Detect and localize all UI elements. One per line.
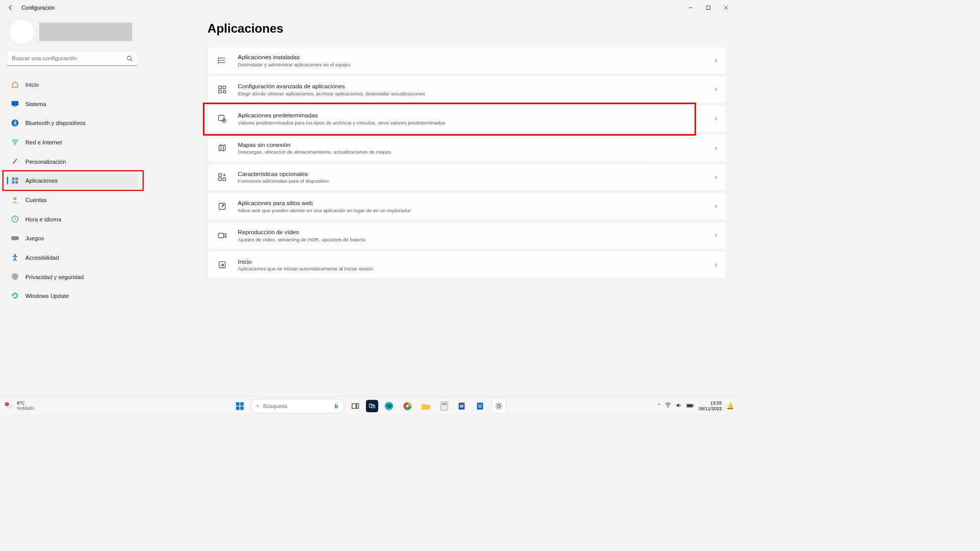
search-input[interactable]	[12, 55, 126, 62]
nav-item-red[interactable]: Red e Internet	[7, 135, 138, 150]
nav-item-privacidad[interactable]: Privacidad y seguridad	[7, 269, 138, 284]
nav-item-bluetooth[interactable]: Bluetooth y dispositivos	[7, 115, 138, 131]
nav-label: Accesibilidad	[26, 254, 59, 261]
taskbar-app-outlook[interactable]: O	[474, 398, 489, 413]
tray-battery-icon[interactable]	[687, 403, 694, 409]
nav-label: Windows Update	[26, 292, 69, 299]
title-bar: Configuración	[0, 0, 738, 15]
card-desc: Valores predeterminados para los tipos d…	[238, 120, 715, 126]
card-default-apps[interactable]: Aplicaciones predeterminadasValores pred…	[208, 105, 727, 133]
card-title: Inicio	[238, 258, 715, 266]
taskbar-search[interactable]: b	[251, 398, 345, 413]
card-desc: Elegir dónde obtener aplicaciones, archi…	[238, 91, 715, 96]
sidebar: Inicio Sistema Bluetooth y dispositivos …	[0, 15, 142, 396]
open-external-icon	[217, 202, 227, 211]
card-video-playback[interactable]: Reproducción de vídeoAjustes de vídeo, s…	[208, 221, 727, 249]
svg-rect-10	[14, 159, 17, 162]
svg-point-65	[498, 405, 500, 407]
accounts-icon	[11, 195, 19, 204]
svg-rect-17	[11, 236, 19, 240]
taskbar-app-word[interactable]: W	[455, 398, 471, 413]
chevron-right-icon: ›	[715, 232, 717, 239]
minimize-button[interactable]	[682, 2, 700, 14]
wifi-icon	[11, 138, 19, 146]
nav-item-cuentas[interactable]: Cuentas	[7, 192, 138, 208]
card-desc: Aplicaciones que se inician automáticame…	[238, 266, 715, 271]
svg-rect-39	[218, 233, 224, 238]
svg-rect-34	[218, 178, 221, 181]
nav-item-personalization[interactable]: Personalización	[7, 154, 138, 169]
nav-item-accesibilidad[interactable]: Accesibilidad	[7, 249, 138, 265]
search-icon	[127, 55, 133, 61]
apps-gear-icon	[217, 85, 227, 94]
gaming-icon	[11, 234, 19, 243]
shield-icon	[11, 272, 19, 281]
avatar	[9, 19, 35, 45]
svg-rect-40	[219, 262, 225, 268]
chevron-right-icon: ›	[715, 261, 717, 268]
list-icon	[217, 56, 227, 65]
svg-rect-1	[706, 6, 710, 10]
card-desc: Descargas, ubicación de almacenamiento, …	[238, 149, 715, 155]
features-icon	[217, 173, 227, 182]
nav-item-juegos[interactable]: Juegos	[7, 231, 138, 246]
close-button[interactable]	[717, 2, 735, 14]
nav-item-aplicaciones[interactable]: Aplicaciones	[7, 173, 138, 188]
weather-temp: 6°C	[17, 401, 34, 406]
start-button[interactable]	[232, 398, 248, 413]
update-icon	[11, 292, 19, 300]
card-desc: Desinstalar y administrar aplicaciones e…	[238, 61, 715, 67]
svg-rect-13	[12, 181, 14, 184]
taskbar-app-chrome[interactable]	[400, 398, 415, 413]
svg-rect-69	[687, 405, 692, 407]
accessibility-icon	[11, 253, 19, 262]
taskbar-center: b 🛍 W O	[232, 398, 506, 413]
tray-notifications-icon[interactable]: 🔔	[726, 402, 734, 409]
taskbar-search-input[interactable]	[263, 403, 330, 409]
card-title: Configuración avanzada de aplicaciones	[238, 83, 715, 91]
taskbar: 1 6°C Nublado b 🛍 W O ˄ 13:55 08/11/2023	[0, 396, 738, 415]
taskbar-app-calculator[interactable]	[436, 398, 452, 413]
tray-wifi-icon[interactable]	[665, 403, 671, 409]
svg-rect-33	[218, 173, 221, 176]
brush-icon	[11, 157, 19, 166]
svg-rect-60	[442, 403, 447, 405]
nav-item-inicio[interactable]: Inicio	[7, 77, 138, 92]
bing-icon[interactable]: b	[334, 402, 339, 411]
chevron-right-icon: ›	[715, 173, 717, 181]
chevron-right-icon: ›	[715, 115, 717, 122]
settings-search[interactable]	[7, 51, 138, 66]
card-apps-for-websites[interactable]: Aplicaciones para sitios webSitios web q…	[208, 192, 727, 220]
nav-label: Inicio	[26, 81, 39, 88]
nav-label: Sistema	[26, 101, 46, 107]
card-advanced-apps[interactable]: Configuración avanzada de aplicacionesEl…	[208, 76, 727, 103]
taskbar-app-explorer[interactable]	[418, 398, 433, 413]
video-icon	[217, 232, 227, 239]
nav-item-update[interactable]: Windows Update	[7, 288, 138, 304]
nav-label: Red e Internet	[26, 139, 62, 145]
tray-chevron-up-icon[interactable]: ˄	[657, 403, 660, 409]
chevron-right-icon: ›	[715, 86, 717, 93]
card-title: Mapas sin conexión	[238, 141, 715, 149]
card-startup[interactable]: InicioAplicaciones que se inician automá…	[208, 251, 727, 279]
taskbar-weather[interactable]: 1 6°C Nublado	[0, 401, 34, 411]
card-title: Aplicaciones predeterminadas	[238, 112, 715, 120]
nav-item-sistema[interactable]: Sistema	[7, 96, 138, 111]
task-view-button[interactable]	[348, 398, 363, 413]
maximize-button[interactable]	[699, 2, 717, 14]
back-button[interactable]	[3, 0, 18, 15]
taskbar-app-edge[interactable]	[381, 398, 397, 413]
card-offline-maps[interactable]: Mapas sin conexiónDescargas, ubicación d…	[208, 134, 727, 162]
nav-label: Aplicaciones	[26, 178, 58, 184]
card-installed-apps[interactable]: Aplicaciones instaladasDesinstalar y adm…	[208, 46, 727, 74]
tray-clock[interactable]: 13:55 08/11/2023	[699, 400, 722, 412]
taskbar-app-settings[interactable]	[492, 399, 506, 413]
nav-item-hora[interactable]: Hora e idioma	[7, 211, 138, 227]
svg-point-24	[218, 62, 219, 63]
tray-volume-icon[interactable]	[676, 403, 682, 409]
svg-point-28	[223, 90, 226, 93]
card-optional-features[interactable]: Características opcionalesFunciones adic…	[208, 163, 727, 191]
account-block[interactable]	[7, 19, 138, 45]
taskbar-app-store[interactable]: 🛍	[366, 399, 378, 412]
card-title: Aplicaciones para sitios web	[238, 199, 715, 208]
